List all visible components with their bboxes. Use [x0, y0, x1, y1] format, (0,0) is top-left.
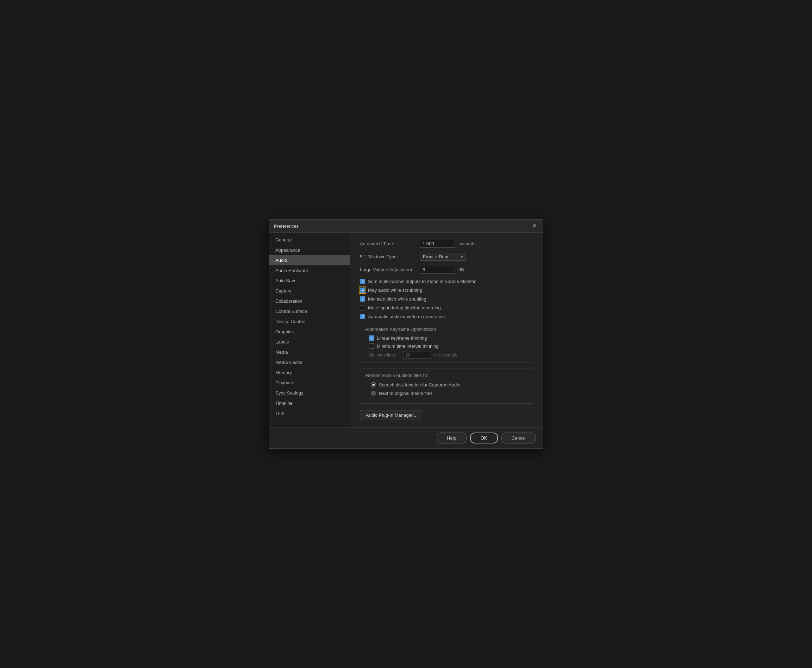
auto-waveform-row: Automatic audio waveform generation: [360, 314, 533, 319]
sidebar-item-media-cache[interactable]: Media Cache: [269, 357, 350, 367]
title-bar: Preferences ✕: [269, 220, 543, 233]
volume-unit: dB: [459, 267, 464, 272]
min-time-interval-row: Minimum time interval thinning: [365, 344, 528, 349]
mute-input-checkbox[interactable]: [360, 305, 365, 311]
volume-row: Large Volume Adjustment: dB: [360, 266, 533, 274]
sidebar-item-general[interactable]: General: [269, 235, 350, 245]
mixdown-row: 5.1 Mixdown Type: Front + Rear Front + S…: [360, 253, 533, 261]
plugin-manager-button[interactable]: Audio Plug-In Manager...: [360, 410, 422, 420]
automatch-label: Automatch Time:: [360, 241, 416, 246]
automatch-unit: seconds: [459, 241, 475, 246]
sidebar-item-trim[interactable]: Trim: [269, 408, 350, 419]
min-time-interval-checkbox[interactable]: [369, 344, 374, 349]
keyframe-section: Automation Keyframe Optimization Linear …: [360, 323, 533, 362]
sidebar-item-media[interactable]: Media: [269, 347, 350, 357]
dialog-title: Preferences: [274, 224, 299, 229]
sidebar-item-timeline[interactable]: Timeline: [269, 398, 350, 408]
close-button[interactable]: ✕: [531, 222, 538, 229]
render-title: Render Edit in Audition files to:: [366, 373, 527, 378]
mintime-unit: milliseconds: [434, 352, 457, 357]
cancel-button[interactable]: Cancel: [501, 433, 536, 443]
sidebar-item-audio-hardware[interactable]: Audio Hardware: [269, 266, 350, 276]
linear-thinning-row: Linear keyframe thinning: [365, 336, 528, 341]
sidebar-item-playback[interactable]: Playback: [269, 377, 350, 388]
sidebar: GeneralAppearanceAudioAudio HardwareAuto…: [269, 233, 350, 427]
sidebar-item-appearance[interactable]: Appearance: [269, 245, 350, 255]
mixdown-label: 5.1 Mixdown Type:: [360, 254, 416, 259]
auto-waveform-checkbox[interactable]: [360, 314, 365, 319]
mute-input-label[interactable]: Mute input during timeline recording: [368, 305, 441, 311]
render-section: Render Edit in Audition files to: Scratc…: [360, 368, 533, 404]
dialog-footer: Help OK Cancel: [269, 427, 543, 448]
mixdown-select[interactable]: Front + Rear Front + Side All: [420, 253, 465, 261]
maintain-pitch-label[interactable]: Maintain pitch while shuttling: [368, 296, 426, 302]
sum-multichannel-label[interactable]: Sum multichannel outputs to mono in Sour…: [368, 279, 476, 284]
sum-multichannel-row: Sum multichannel outputs to mono in Sour…: [360, 279, 533, 284]
dialog-body: GeneralAppearanceAudioAudio HardwareAuto…: [269, 233, 543, 427]
mintime-label: Minimum time:: [369, 352, 400, 357]
sidebar-item-memory[interactable]: Memory: [269, 367, 350, 377]
scratch-disk-label[interactable]: Scratch disk location for Captured Audio: [379, 382, 460, 387]
sidebar-item-graphics[interactable]: Graphics: [269, 327, 350, 337]
auto-waveform-label[interactable]: Automatic audio waveform generation: [368, 314, 445, 319]
sidebar-item-audio[interactable]: Audio: [269, 255, 350, 266]
help-button[interactable]: Help: [437, 433, 467, 443]
sidebar-item-auto-save[interactable]: Auto Save: [269, 276, 350, 286]
play-audio-scrubbing-row: Play audio while scrubbing: [360, 287, 533, 293]
maintain-pitch-row: Maintain pitch while shuttling: [360, 296, 533, 302]
next-to-original-row: Next to original media files: [366, 391, 527, 396]
linear-thinning-checkbox[interactable]: [369, 336, 374, 341]
sidebar-item-control-surface[interactable]: Control Surface: [269, 306, 350, 316]
play-audio-scrubbing-label[interactable]: Play audio while scrubbing: [368, 287, 422, 293]
automatch-input[interactable]: [420, 240, 455, 248]
sidebar-item-collaboration[interactable]: Collaboration: [269, 296, 350, 306]
volume-label: Large Volume Adjustment:: [360, 267, 416, 272]
ok-button[interactable]: OK: [470, 433, 498, 443]
linear-thinning-label[interactable]: Linear keyframe thinning: [377, 336, 427, 341]
maintain-pitch-checkbox[interactable]: [360, 296, 365, 302]
preferences-dialog: Preferences ✕ GeneralAppearanceAudioAudi…: [269, 219, 543, 449]
scratch-disk-radio[interactable]: [371, 382, 376, 387]
keyframe-title: Automation Keyframe Optimization: [365, 327, 528, 332]
play-audio-scrubbing-checkbox[interactable]: [360, 287, 365, 293]
min-time-row: Minimum time: milliseconds: [365, 352, 528, 359]
min-time-interval-label[interactable]: Minimum time interval thinning: [377, 344, 439, 349]
sum-multichannel-checkbox[interactable]: [360, 279, 365, 284]
content-panel: Automatch Time: seconds 5.1 Mixdown Type…: [350, 233, 543, 427]
sidebar-item-capture[interactable]: Capture: [269, 286, 350, 296]
checkboxes-container: Sum multichannel outputs to mono in Sour…: [360, 279, 533, 319]
volume-input[interactable]: [420, 266, 455, 274]
sidebar-item-labels[interactable]: Labels: [269, 337, 350, 347]
next-to-original-radio[interactable]: [371, 391, 376, 396]
automatch-row: Automatch Time: seconds: [360, 240, 533, 248]
sidebar-item-device-control[interactable]: Device Control: [269, 316, 350, 327]
next-to-original-label[interactable]: Next to original media files: [379, 391, 432, 396]
scratch-disk-row: Scratch disk location for Captured Audio: [366, 382, 527, 387]
sidebar-item-sync-settings[interactable]: Sync Settings: [269, 388, 350, 398]
mintime-input[interactable]: [403, 352, 431, 359]
mute-input-row: Mute input during timeline recording: [360, 305, 533, 311]
mixdown-select-wrap: Front + Rear Front + Side All ▾: [420, 253, 465, 261]
